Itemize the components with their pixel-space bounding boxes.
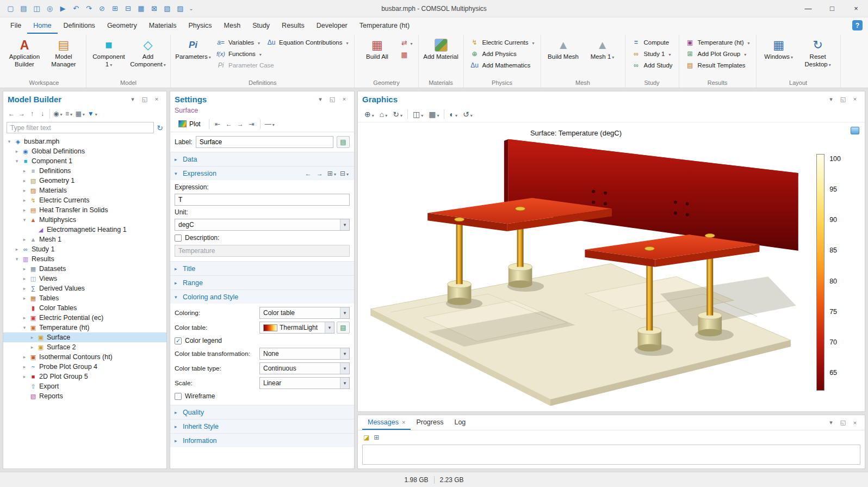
redo-icon[interactable]: ↷	[83, 2, 95, 15]
color-table-list-icon[interactable]: ▤	[337, 322, 350, 334]
delete-icon[interactable]: ⊠	[148, 2, 160, 15]
section-inherit-style[interactable]: Inherit Style	[170, 419, 354, 433]
expression-input[interactable]	[175, 194, 350, 206]
tab-progress[interactable]: Progress	[411, 416, 449, 430]
expand-caret[interactable]: ▸	[22, 276, 27, 281]
detach-panel-icon[interactable]: ◱	[139, 94, 150, 104]
filter-icon[interactable]: ▼	[86, 108, 98, 119]
customize-toolbar-icon[interactable]: ⌄	[187, 2, 195, 15]
back-icon[interactable]: ←	[7, 108, 16, 119]
detach-panel-icon[interactable]: ◱	[838, 94, 848, 104]
reset-desktop-button[interactable]: ↻ Reset Desktop	[799, 36, 837, 71]
tree-item-datasets[interactable]: ▸▦Datasets	[3, 264, 166, 274]
tree-item-electric-currents[interactable]: ▸↯Electric Currents	[3, 195, 166, 205]
open-file-icon[interactable]: ▤	[17, 2, 30, 15]
first-plot-icon[interactable]: ⇤	[213, 119, 222, 130]
tree-item-views[interactable]: ▸◫Views	[3, 274, 166, 283]
tab-home[interactable]: Home	[27, 19, 57, 34]
tree-item-tables[interactable]: ▸▦Tables	[3, 293, 166, 303]
next-plot-icon[interactable]: →	[235, 119, 245, 130]
color-legend-checkbox[interactable]	[175, 337, 182, 344]
plot-button[interactable]: Plot	[173, 118, 206, 131]
tree-item-reports[interactable]: ▧Reports	[3, 391, 166, 401]
model-settings-icon[interactable]: ▧	[161, 2, 173, 15]
busbar-3d-model[interactable]	[358, 122, 865, 411]
tab-temperature-ht[interactable]: Temperature (ht)	[354, 19, 416, 34]
messages-content[interactable]	[362, 445, 860, 465]
tree-item-busbar-mph[interactable]: ▾◈busbar.mph	[3, 137, 166, 146]
build-mesh-button[interactable]: ▲ Build Mesh	[544, 36, 582, 63]
color-table-type-select[interactable]: Continuous	[259, 362, 350, 374]
graphics-canvas[interactable]: Surface: Temperature (degC)	[358, 122, 865, 411]
compute-button[interactable]: = Compute	[629, 38, 675, 47]
expand-caret[interactable]: ▾	[14, 256, 20, 262]
variables-button[interactable]: a= Variables	[213, 38, 263, 47]
snapshot-icon[interactable]: ▨	[174, 2, 187, 15]
tree-item-electric-potential[interactable]: ▸▣Electric Potential (ec)	[3, 313, 166, 323]
tree-item-definitions[interactable]: ▸≡Definitions	[3, 166, 166, 176]
run-icon[interactable]: ▶	[57, 2, 69, 15]
expand-caret[interactable]: ▾	[22, 217, 27, 223]
add-plot-group-button[interactable]: ⊞ Add Plot Group	[683, 49, 753, 59]
zoom-icon[interactable]: ⊕	[362, 108, 376, 120]
panel-menu-icon[interactable]: ▾	[826, 417, 836, 428]
tree-filter-input[interactable]	[7, 122, 154, 133]
add-component-button[interactable]: ◇ Add Component	[129, 36, 167, 71]
tree-item-heat-transfer[interactable]: ▸▤Heat Transfer in Solids	[3, 205, 166, 215]
add-study-button[interactable]: ∞ Add Study	[629, 60, 675, 70]
scene-icon[interactable]: ◫	[411, 108, 425, 120]
electric-currents-button[interactable]: ↯ Electric Currents	[467, 38, 537, 47]
undo-icon[interactable]: ↶	[70, 2, 82, 15]
expand-caret[interactable]: ▸	[29, 335, 35, 340]
section-title-settings[interactable]: Title	[170, 261, 354, 275]
tree-item-results[interactable]: ▾▥Results	[3, 254, 166, 264]
application-builder-button[interactable]: A Application Builder	[5, 36, 44, 71]
close-panel-icon[interactable]: ×	[850, 417, 860, 428]
tab-file[interactable]: File	[4, 19, 27, 34]
component-1-button[interactable]: ■ Component 1	[90, 36, 128, 71]
tab-log[interactable]: Log	[449, 416, 471, 430]
parameters-button[interactable]: Pi Parameters	[174, 36, 212, 63]
forward-icon[interactable]: →	[17, 108, 27, 119]
tree-item-multiphysics[interactable]: ▾▲Multiphysics	[3, 215, 166, 225]
tree-item-component-1[interactable]: ▾■Component 1	[3, 156, 166, 166]
build-all-button[interactable]: ▦ Build All	[358, 36, 396, 63]
expand-caret[interactable]: ▸	[22, 315, 27, 320]
equation-contributions-button[interactable]: Δu Equation Contributions	[264, 38, 351, 47]
update-plot-icon[interactable]: ↺	[461, 108, 475, 120]
tree-item-temperature-ht[interactable]: ▾▣Temperature (ht)	[3, 323, 166, 332]
tree-item-probe-plot-group-4[interactable]: ▸~Probe Plot Group 4	[3, 362, 166, 372]
tab-results[interactable]: Results	[276, 19, 311, 34]
duplicate-icon[interactable]: ▦	[135, 2, 147, 15]
windows-button[interactable]: ▦ Windows	[760, 36, 798, 63]
expand-caret[interactable]: ▸	[14, 246, 20, 252]
close-panel-icon[interactable]: ×	[151, 94, 162, 104]
rotate-icon[interactable]: ↻	[390, 108, 405, 120]
tab-physics[interactable]: Physics	[182, 19, 218, 34]
clear-messages-icon[interactable]: ◪	[363, 434, 369, 441]
insert-expression-icon[interactable]: ⊟	[339, 168, 350, 179]
default-view-icon[interactable]: ⌂	[377, 108, 389, 120]
unit-select[interactable]: degC	[175, 219, 350, 231]
section-coloring-and-style[interactable]: Coloring and Style	[170, 289, 354, 304]
tab-mesh[interactable]: Mesh	[218, 19, 247, 34]
geometry-import-button[interactable]: ⇄	[397, 38, 414, 48]
tree-item-study-1[interactable]: ▸∞Study 1	[3, 244, 166, 254]
label-input[interactable]	[196, 136, 333, 148]
tree-item-export[interactable]: ⇧Export	[3, 381, 166, 391]
close-panel-icon[interactable]: ×	[339, 94, 350, 104]
tab-messages[interactable]: Messages ×	[362, 416, 411, 430]
expand-caret[interactable]: ▸	[22, 237, 27, 242]
add-material-button[interactable]: Add Material	[422, 36, 460, 63]
expand-caret[interactable]: ▸	[14, 149, 20, 154]
study-1-button[interactable]: ∞ Study 1	[629, 49, 675, 59]
previous-plot-icon[interactable]: ←	[224, 119, 234, 130]
clipboard-icon[interactable]	[851, 127, 859, 134]
previous-expression-icon[interactable]: ←	[303, 168, 313, 179]
section-range[interactable]: Range	[170, 275, 354, 289]
save-icon[interactable]: ◫	[30, 2, 43, 15]
minimize-button[interactable]: —	[796, 0, 820, 17]
temperature-ht-button[interactable]: ▣ Temperature (ht)	[683, 38, 753, 47]
expand-options-icon[interactable]: ▦	[75, 108, 86, 119]
plot-in-icon[interactable]: —	[264, 119, 276, 130]
